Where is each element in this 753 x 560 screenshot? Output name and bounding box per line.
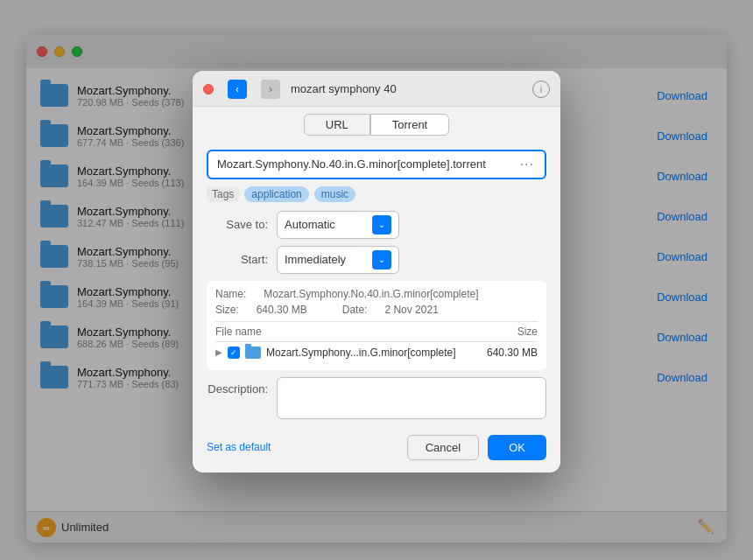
tag-music[interactable]: music (314, 186, 355, 202)
file-table-header: File name Size (215, 322, 538, 342)
info-section: Name: Mozart.Symphony.No.40.in.G.minor[c… (207, 281, 546, 370)
modal-fwd-btn[interactable]: › (261, 80, 280, 99)
file-expand-icon[interactable]: ▶ (215, 347, 222, 357)
start-chevron-icon: ⌄ (372, 250, 391, 270)
tab-torrent[interactable]: Torrent (370, 114, 449, 136)
file-col-size-header: Size (468, 326, 538, 338)
file-size: 640.30 MB (468, 346, 538, 359)
set-default-link[interactable]: Set as default (207, 441, 271, 453)
tab-url[interactable]: URL (304, 114, 370, 136)
torrent-filename-input[interactable] (217, 158, 518, 171)
modal-info-btn[interactable]: i (532, 80, 550, 98)
info-date-value: 2 Nov 2021 (384, 304, 438, 316)
info-date-label: Date: (342, 304, 368, 316)
start-row: Start: Immediately ⌄ (207, 246, 546, 274)
info-name-row: Name: Mozart.Symphony.No.40.in.G.minor[c… (215, 288, 538, 300)
save-to-row: Save to: Automatic ⌄ (207, 211, 546, 239)
file-table: File name Size ▶ ✓ Mozart.Symphony...in.… (215, 321, 538, 363)
save-to-label: Save to: (207, 218, 277, 231)
torrent-dialog: ‹ › mozart symphony 40 i URL Torrent ···… (193, 71, 560, 472)
description-textarea[interactable] (277, 377, 546, 419)
footer-buttons: Cancel OK (407, 435, 546, 460)
save-to-value: Automatic (285, 218, 335, 231)
torrent-more-btn[interactable]: ··· (518, 157, 536, 172)
save-to-chevron-icon: ⌄ (372, 215, 391, 234)
start-value: Immediately (285, 253, 346, 266)
info-size-label: Size: (215, 304, 239, 316)
info-name-value: Mozart.Symphony.No.40.in.G.minor[complet… (264, 288, 478, 300)
modal-tabs: URL Torrent (193, 107, 560, 141)
info-size-date-row: Size: 640.30 MB Date: 2 Nov 2021 (215, 304, 538, 316)
modal-overlay: ‹ › mozart symphony 40 i URL Torrent ···… (0, 0, 753, 560)
file-col-name-header: File name (215, 326, 468, 338)
file-name: Mozart.Symphony...in.G.minor[complete] (266, 346, 462, 359)
modal-title: mozart symphony 40 (287, 82, 525, 95)
file-folder-icon (245, 346, 261, 359)
tags-label: Tags (207, 186, 239, 202)
file-rows: ▶ ✓ Mozart.Symphony...in.G.minor[complet… (215, 342, 538, 363)
modal-back-btn[interactable]: ‹ (228, 80, 247, 99)
tag-application[interactable]: application (244, 186, 308, 202)
start-select[interactable]: Immediately ⌄ (277, 246, 399, 274)
modal-titlebar: ‹ › mozart symphony 40 i (193, 71, 560, 107)
tags-row: Tags application music (207, 186, 546, 202)
info-name-label: Name: (215, 288, 246, 300)
file-checkbox[interactable]: ✓ (228, 346, 240, 359)
save-to-select[interactable]: Automatic ⌄ (277, 211, 399, 239)
description-row: Description: (207, 377, 546, 419)
start-label: Start: (207, 253, 277, 266)
ok-button[interactable]: OK (488, 435, 546, 460)
description-label: Description: (207, 377, 277, 396)
cancel-button[interactable]: Cancel (407, 435, 479, 460)
info-size-value: 640.30 MB (257, 304, 307, 316)
modal-body: ··· Tags application music Save to: Auto… (193, 141, 560, 428)
modal-tl-red[interactable] (203, 84, 214, 94)
torrent-input-row: ··· (207, 150, 546, 179)
file-table-row: ▶ ✓ Mozart.Symphony...in.G.minor[complet… (215, 342, 538, 363)
modal-footer: Set as default Cancel OK (193, 428, 560, 472)
